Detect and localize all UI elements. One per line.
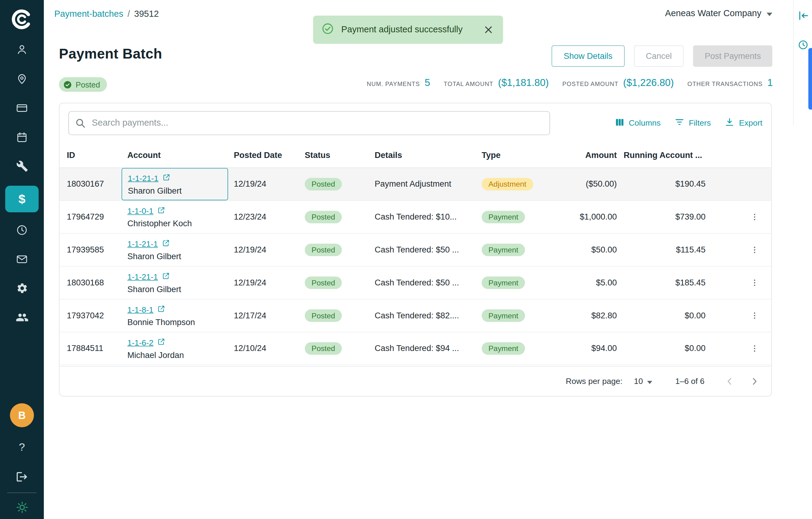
toast-close-button[interactable] — [482, 24, 495, 36]
external-link-icon[interactable] — [157, 304, 165, 315]
sidebar-item-users[interactable] — [5, 308, 38, 329]
history-panel-button[interactable] — [796, 38, 810, 52]
logout-icon[interactable] — [16, 470, 28, 485]
sidebar-divider — [7, 492, 37, 493]
cell-type: Payment — [482, 300, 567, 332]
help-icon[interactable]: ? — [19, 441, 25, 453]
column-header-running: Running Account ... — [617, 151, 705, 160]
cell-account: 1-1-8-1 Bonnie Thompson — [127, 300, 234, 332]
rows-per-page-select[interactable]: 10 — [634, 376, 652, 386]
sidebar-item-billing[interactable] — [5, 98, 38, 120]
account-link[interactable]: 1-1-21-1 — [127, 239, 158, 248]
company-name: Aeneas Water Company — [665, 8, 761, 19]
external-link-icon[interactable] — [162, 271, 170, 282]
status-badge: Posted — [59, 77, 107, 92]
running-balance: $115.45 — [676, 245, 705, 255]
sidebar-item-payments[interactable]: $ — [5, 186, 38, 212]
cancel-button[interactable]: Cancel — [634, 45, 684, 67]
sidebar-item-settings[interactable] — [5, 279, 38, 300]
sidebar: $ — [0, 0, 44, 519]
credit-card-icon — [16, 101, 28, 116]
collapse-panel-button[interactable] — [796, 9, 810, 22]
sidebar-item-locations[interactable] — [5, 69, 38, 90]
status-badge: Posted — [305, 277, 342, 289]
cell-details: Payment Adjustment — [375, 168, 482, 200]
next-page-button[interactable] — [744, 371, 765, 392]
type-badge: Payment — [482, 244, 525, 256]
row-menu-button[interactable] — [745, 306, 764, 325]
sidebar-item-work-orders[interactable] — [5, 156, 38, 178]
table-tools: Columns Filters Ex — [615, 117, 762, 129]
sidebar-item-customers[interactable] — [5, 40, 38, 61]
type-badge: Payment — [482, 342, 525, 355]
account-name: Sharon Gilbert — [128, 186, 221, 195]
cell-status: Posted — [305, 267, 375, 299]
type-badge: Adjustment — [482, 178, 533, 190]
person-icon — [16, 43, 28, 58]
app-logo-icon[interactable] — [10, 7, 34, 34]
table-row[interactable]: 17884511 1-1-6-2 Michael Jordan 12/10/24… — [59, 332, 772, 365]
stat-total-amount: TOTAL AMOUNT ($1,181.80) — [444, 77, 549, 89]
sidebar-item-schedule[interactable] — [5, 127, 38, 149]
sidebar-item-messages[interactable] — [5, 249, 38, 271]
account-link[interactable]: 1-1-8-1 — [127, 305, 153, 314]
sun-theme-icon[interactable] — [15, 501, 28, 516]
external-link-icon[interactable] — [162, 173, 170, 183]
sidebar-item-history[interactable] — [5, 220, 38, 242]
show-details-button[interactable]: Show Details — [552, 45, 625, 67]
post-payments-button[interactable]: Post Payments — [693, 45, 772, 67]
kebab-menu-icon — [750, 245, 759, 255]
account-link[interactable]: 1-1-0-1 — [127, 207, 153, 216]
account-name: Sharon Gilbert — [127, 284, 222, 294]
table-row[interactable]: 17937042 1-1-8-1 Bonnie Thompson 12/17/2… — [59, 300, 772, 332]
account-cell: 1-1-21-1 Sharon Gilbert — [122, 267, 228, 299]
batch-stats: NUM. PAYMENTS 5 TOTAL AMOUNT ($1,181.80)… — [367, 77, 773, 89]
columns-button[interactable]: Columns — [615, 117, 661, 129]
payment-amount: $1,000.00 — [580, 212, 617, 222]
search-icon — [75, 117, 86, 131]
check-circle-icon — [321, 23, 334, 37]
breadcrumb-current: 39512 — [134, 9, 159, 19]
external-link-icon[interactable] — [157, 206, 165, 216]
batch-status: Posted — [59, 77, 107, 92]
cell-posted-date: 12/19/24 — [234, 234, 305, 266]
row-menu-button[interactable] — [745, 339, 764, 358]
status-badge: Posted — [305, 342, 342, 355]
table-row[interactable]: 17964729 1-1-0-1 Christopher Koch 12/23/… — [59, 201, 772, 234]
row-menu-button[interactable] — [745, 273, 764, 292]
running-balance: $0.00 — [685, 311, 705, 320]
table-row[interactable]: 17939585 1-1-21-1 Sharon Gilbert 12/19/2… — [59, 234, 772, 267]
avatar[interactable]: B — [10, 403, 34, 427]
breadcrumb-link[interactable]: Payment-batches — [54, 9, 123, 19]
sidebar-nav: $ — [0, 40, 44, 329]
company-selector[interactable]: Aeneas Water Company — [665, 8, 772, 19]
stat-value: ($1,181.80) — [498, 77, 549, 89]
payment-amount: $5.00 — [596, 278, 617, 287]
cell-account: 1-1-21-1 Sharon Gilbert — [127, 168, 234, 200]
export-button[interactable]: Export — [724, 117, 762, 129]
account-link[interactable]: 1-1-21-1 — [127, 272, 158, 281]
cell-id: 17939585 — [67, 234, 127, 266]
row-menu-button[interactable] — [745, 241, 764, 260]
external-link-icon[interactable] — [162, 239, 170, 249]
cell-amount: $94.00 — [567, 332, 617, 365]
search-input[interactable] — [68, 111, 550, 135]
account-link[interactable]: 1-1-6-2 — [127, 338, 153, 347]
clock-history-icon — [798, 39, 809, 51]
previous-page-button[interactable] — [719, 371, 740, 392]
account-cell: 1-1-6-2 Michael Jordan — [122, 332, 228, 365]
cell-running: $739.00 — [617, 201, 705, 233]
external-link-icon[interactable] — [157, 337, 165, 347]
account-cell: 1-1-21-1 Sharon Gilbert — [122, 234, 228, 266]
account-link[interactable]: 1-1-21-1 — [128, 174, 158, 183]
table-row[interactable]: 18030167 1-1-21-1 Sharon Gilbert 12/19/2… — [59, 168, 772, 201]
rows-per-page-value: 10 — [634, 376, 643, 386]
filters-button[interactable]: Filters — [674, 117, 711, 129]
row-menu-button[interactable] — [745, 208, 764, 226]
table-row[interactable]: 18030168 1-1-21-1 Sharon Gilbert 12/19/2… — [59, 267, 772, 300]
type-badge: Payment — [482, 211, 525, 223]
clock-icon — [16, 223, 28, 238]
edge-panel-handle[interactable] — [808, 48, 812, 110]
payment-details: Payment Adjustment — [375, 180, 451, 189]
posted-date: 12/17/24 — [234, 311, 266, 320]
